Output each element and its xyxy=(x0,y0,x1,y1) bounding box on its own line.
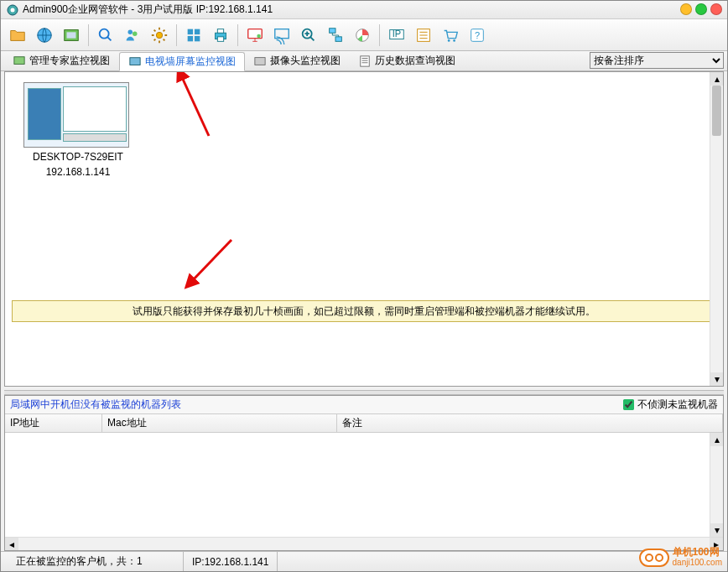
help-icon[interactable]: ? xyxy=(465,23,489,47)
ip-icon[interactable]: IP xyxy=(385,23,408,47)
svg-rect-10 xyxy=(195,29,200,34)
view-icon[interactable] xyxy=(60,23,83,47)
tvwall-icon xyxy=(128,55,142,69)
status-client-count: 正在被监控的客户机，共：1 xyxy=(8,552,184,571)
col-note[interactable]: 备注 xyxy=(337,414,723,432)
maximize-button[interactable] xyxy=(695,3,707,15)
svg-text:IP: IP xyxy=(393,28,401,38)
svg-point-6 xyxy=(128,29,133,34)
svg-point-17 xyxy=(257,34,261,38)
window-controls xyxy=(680,3,722,15)
scroll-up-button[interactable]: ▴ xyxy=(710,72,723,86)
print-icon[interactable] xyxy=(209,23,232,47)
table-header: IP地址 Mac地址 备注 xyxy=(5,414,723,433)
svg-rect-15 xyxy=(217,36,223,41)
monitor-icon[interactable] xyxy=(243,23,267,47)
globe-icon[interactable] xyxy=(33,23,56,47)
unmonitored-panel: 局域网中开机但没有被监视的机器列表 不侦测未监视机器 IP地址 Mac地址 备注… xyxy=(4,395,724,551)
scroll-thumb[interactable] xyxy=(712,86,721,136)
panel-header: 局域网中开机但没有被监视的机器列表 不侦测未监视机器 xyxy=(5,396,723,414)
tab-tvwall-view[interactable]: 电视墙屏幕监控视图 xyxy=(119,52,245,71)
settings-icon[interactable] xyxy=(148,23,171,47)
app-icon xyxy=(6,3,19,17)
panel-title: 局域网中开机但没有被监视的机器列表 xyxy=(10,398,181,412)
svg-point-26 xyxy=(448,39,450,42)
close-button[interactable] xyxy=(710,3,722,15)
window-title: Admin900企业网管软件 - 3用户试用版 IP:192.168.1.141 xyxy=(23,3,273,17)
horizontal-scrollbar[interactable]: ◂ ▸ xyxy=(5,537,723,550)
camera-icon xyxy=(253,55,267,68)
svg-rect-14 xyxy=(217,29,223,33)
folder-icon[interactable] xyxy=(6,23,29,47)
notice-text: 试用版只能获得并保存最初几十桢画面，如已超过限额，需同时重启管理端和被控端机器才… xyxy=(133,304,595,319)
tab-label: 摄像头监控视图 xyxy=(270,54,341,68)
network-icon[interactable] xyxy=(324,23,347,47)
svg-rect-20 xyxy=(330,28,335,33)
tab-history-view[interactable]: 历史数据查询视图 xyxy=(350,51,465,70)
client-name: DESKTOP-7S29EIT xyxy=(23,151,133,163)
tab-expert-view[interactable]: 管理专家监控视图 xyxy=(4,51,119,70)
client-thumbnail[interactable]: DESKTOP-7S29EIT 192.168.1.141 xyxy=(23,82,133,178)
cart-icon[interactable] xyxy=(439,23,462,47)
annotation-arrow xyxy=(181,231,248,299)
list-icon[interactable] xyxy=(412,23,435,47)
grid-icon[interactable] xyxy=(182,23,205,47)
sort-dropdown[interactable]: 按备注排序 xyxy=(590,52,724,69)
scroll-up-button[interactable]: ▴ xyxy=(710,433,723,446)
expert-icon xyxy=(13,55,26,68)
scroll-down-button[interactable]: ▾ xyxy=(710,523,723,537)
svg-rect-33 xyxy=(361,55,370,65)
toolbar-separator xyxy=(88,24,89,46)
toolbar-separator xyxy=(176,24,177,46)
tvwall-viewport: DESKTOP-7S29EIT 192.168.1.141 试用版只能获得并保存… xyxy=(5,72,723,386)
svg-point-27 xyxy=(453,39,455,42)
screenshot-preview xyxy=(23,82,129,148)
annotation-arrow xyxy=(171,72,221,144)
table-body: ▴ ▾ xyxy=(5,433,723,537)
checkbox-input[interactable] xyxy=(623,399,634,410)
svg-rect-12 xyxy=(195,35,200,40)
zoom-icon[interactable] xyxy=(297,23,320,47)
scroll-down-button[interactable]: ▾ xyxy=(710,372,723,386)
svg-point-7 xyxy=(133,31,138,36)
svg-rect-30 xyxy=(14,56,24,64)
sort-select[interactable]: 按备注排序 xyxy=(590,52,724,69)
tab-label: 历史数据查询视图 xyxy=(375,54,455,68)
vertical-scrollbar[interactable]: ▴ ▾ xyxy=(710,72,723,386)
scroll-left-button[interactable]: ◂ xyxy=(5,538,18,550)
view-tabs: 管理专家监控视图 电视墙屏幕监控视图 摄像头监控视图 历史数据查询视图 按备注排… xyxy=(1,51,727,71)
main-panel: DESKTOP-7S29EIT 192.168.1.141 试用版只能获得并保存… xyxy=(4,71,724,387)
svg-rect-11 xyxy=(188,35,193,40)
scroll-track[interactable] xyxy=(710,86,723,372)
svg-rect-9 xyxy=(188,29,193,34)
tab-camera-view[interactable]: 摄像头监控视图 xyxy=(245,51,350,70)
col-ip[interactable]: IP地址 xyxy=(5,414,102,432)
toolbar-separator xyxy=(237,24,238,46)
minimize-button[interactable] xyxy=(680,3,692,15)
toolbar-separator xyxy=(379,24,380,46)
chart-icon[interactable] xyxy=(351,23,374,47)
svg-rect-21 xyxy=(335,36,341,41)
scroll-track[interactable] xyxy=(710,446,723,523)
col-mac[interactable]: Mac地址 xyxy=(102,414,337,432)
no-detect-checkbox[interactable]: 不侦测未监视机器 xyxy=(623,398,718,412)
svg-point-1 xyxy=(11,8,15,12)
titlebar[interactable]: Admin900企业网管软件 - 3用户试用版 IP:192.168.1.141 xyxy=(1,1,727,19)
svg-text:?: ? xyxy=(475,29,480,39)
status-ip: IP:192.168.1.141 xyxy=(184,552,278,571)
statusbar: 正在被监控的客户机，共：1 IP:192.168.1.141 xyxy=(1,551,727,571)
svg-rect-32 xyxy=(255,57,265,65)
tab-label: 电视墙屏幕监控视图 xyxy=(145,55,236,69)
main-toolbar: IP ? xyxy=(1,19,727,51)
tab-label: 管理专家监控视图 xyxy=(29,54,110,68)
scroll-right-button[interactable]: ▸ xyxy=(710,538,723,550)
scroll-track[interactable] xyxy=(18,538,710,550)
svg-rect-31 xyxy=(130,57,140,65)
trial-notice: 试用版只能获得并保存最初几十桢画面，如已超过限额，需同时重启管理端和被控端机器才… xyxy=(12,300,716,322)
vertical-scrollbar[interactable]: ▴ ▾ xyxy=(710,433,723,537)
cast-icon[interactable] xyxy=(270,23,294,47)
svg-rect-4 xyxy=(67,32,76,38)
client-ip: 192.168.1.141 xyxy=(23,166,133,178)
users-icon[interactable] xyxy=(121,23,144,47)
search-icon[interactable] xyxy=(94,23,117,47)
